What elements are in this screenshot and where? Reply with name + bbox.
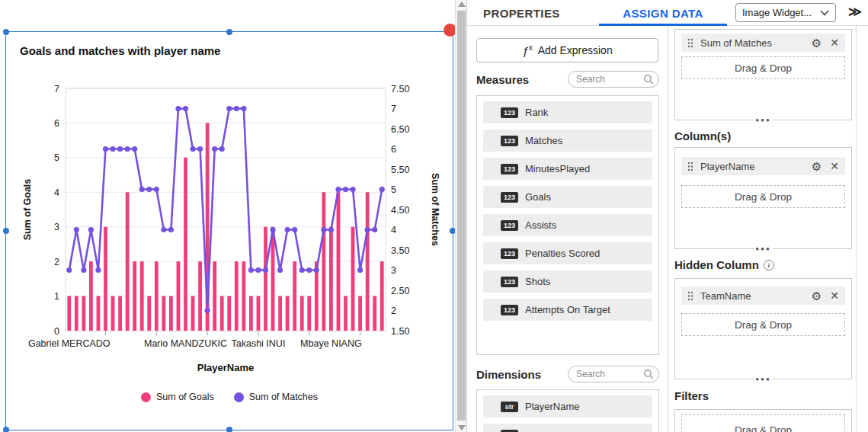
scroll-down-arrow-icon[interactable] <box>458 425 466 430</box>
matches-line <box>69 109 382 311</box>
matches-marker <box>314 267 319 273</box>
filters-well[interactable]: Drag & Drop <box>674 409 852 432</box>
y-right-tick: 1.50 <box>391 326 409 337</box>
goals-bar <box>257 296 261 331</box>
chart-widget[interactable]: Goals and matches with player name 76543… <box>5 31 453 430</box>
dimensions-header-row: Dimensions <box>476 365 659 383</box>
goals-bar <box>351 227 355 331</box>
tab-assign-data[interactable]: ASSIGN DATA <box>599 7 727 20</box>
hidden-column-dropzone[interactable]: Drag & Drop <box>681 313 845 336</box>
measure-item-minutesplayed[interactable]: 123 MinutesPlayed <box>483 158 652 180</box>
x-axis-title: PlayerName <box>197 362 254 373</box>
matches-marker <box>125 146 130 152</box>
measure-item-assists[interactable]: 123 Assists <box>483 214 652 236</box>
columns-header: Column(s) <box>674 130 731 142</box>
columns-well[interactable]: PlayerName ⚙ ✕ Drag & Drop ●●● <box>674 147 852 249</box>
goals-bar <box>220 296 224 331</box>
dimension-item-playername[interactable]: str PlayerName <box>483 395 652 418</box>
tab-properties[interactable]: PROPERTIES <box>483 7 560 20</box>
goals-bar <box>293 261 296 331</box>
goals-bar <box>155 261 159 331</box>
remove-field-icon[interactable]: ✕ <box>830 37 839 48</box>
goals-bar <box>264 227 267 331</box>
well-expand-handle[interactable]: ●●● <box>754 245 773 252</box>
goals-bar <box>177 261 181 331</box>
search-icon <box>643 369 654 379</box>
numeric-field-icon: 123 <box>501 164 518 174</box>
settings-gear-icon[interactable]: ⚙ <box>812 37 822 49</box>
y-right-tick: 7 <box>391 104 396 114</box>
sum-of-matches-chip[interactable]: Sum of Matches ⚙ ✕ <box>681 34 845 52</box>
collapse-panel-icon[interactable]: ≫ <box>848 4 862 20</box>
matches-marker <box>248 267 254 273</box>
matches-marker <box>285 227 290 232</box>
hidden-column-well[interactable]: TeamName ⚙ ✕ Drag & Drop ●●● <box>674 278 852 379</box>
measure-item-matches[interactable]: 123 Matches <box>483 130 652 152</box>
goals-bar <box>104 227 107 331</box>
goals-bar <box>75 296 78 331</box>
dimensions-search <box>568 366 659 382</box>
matches-marker <box>81 267 86 273</box>
y-left-tick: 7 <box>54 84 59 94</box>
columns-dropzone[interactable]: Drag & Drop <box>681 185 845 208</box>
y-right-tick: 6.50 <box>391 124 409 135</box>
y-left-tick: 2 <box>54 257 59 267</box>
goals-bar <box>67 296 71 331</box>
y-right-tick: 3 <box>391 265 396 276</box>
well-expand-handle[interactable]: ●●● <box>754 376 773 382</box>
goals-bar <box>242 261 245 331</box>
matches-marker <box>132 146 137 152</box>
goals-bar <box>126 192 130 331</box>
string-field-icon <box>501 430 518 432</box>
well-expand-handle[interactable]: ●●● <box>754 117 773 123</box>
add-expression-button[interactable]: ƒx Add Expression <box>476 38 658 62</box>
dimensions-header: Dimensions <box>476 368 541 381</box>
matches-marker <box>212 146 217 152</box>
settings-gear-icon[interactable]: ⚙ <box>812 161 822 172</box>
x-tick-label: Mario MANDZUKIC <box>144 338 227 349</box>
info-icon[interactable]: i <box>764 260 774 270</box>
values-dropzone[interactable]: Drag & Drop <box>681 56 845 79</box>
measure-item-goals[interactable]: 123 Goals <box>483 186 652 208</box>
goals-bar <box>198 261 202 331</box>
teamname-chip[interactable]: TeamName ⚙ ✕ <box>681 286 845 305</box>
settings-gear-icon[interactable]: ⚙ <box>812 290 822 302</box>
matches-marker <box>299 267 305 273</box>
matches-marker <box>234 106 239 111</box>
playername-chip[interactable]: PlayerName ⚙ ✕ <box>681 157 845 175</box>
goals-bar <box>184 158 187 331</box>
filters-dropzone[interactable]: Drag & Drop <box>681 414 845 432</box>
matches-marker <box>183 106 188 111</box>
matches-marker <box>197 146 203 152</box>
matches-marker <box>226 106 232 111</box>
scrollbar-thumb[interactable] <box>457 11 466 421</box>
legend-item-matches: Sum of Matches <box>234 392 318 402</box>
dimension-item-partial[interactable] <box>483 424 652 432</box>
search-icon <box>643 74 654 85</box>
dashboard-canvas[interactable]: Goals and matches with player name 76543… <box>0 0 455 432</box>
measure-item-rank[interactable]: 123 Rank <box>483 101 652 123</box>
canvas-scrollbar[interactable] <box>455 0 466 432</box>
matches-marker <box>255 267 261 273</box>
scroll-up-arrow-icon[interactable] <box>458 2 466 7</box>
remove-field-icon[interactable]: ✕ <box>830 290 839 301</box>
measure-item-attempts-on-target[interactable]: 123 Attempts On Target <box>483 299 652 321</box>
numeric-field-icon: 123 <box>501 220 518 231</box>
matches-marker <box>241 106 246 111</box>
values-well[interactable]: Sum of Matches ⚙ ✕ Drag & Drop ●●● <box>674 29 852 120</box>
numeric-field-icon: 123 <box>501 136 518 146</box>
remove-field-icon[interactable]: ✕ <box>830 161 839 171</box>
measure-item-penalties-scored[interactable]: 123 Penalties Scored <box>483 242 652 264</box>
drag-handle-icon <box>687 291 693 301</box>
y-right-tick: 6 <box>391 144 396 155</box>
matches-marker <box>110 146 115 152</box>
matches-marker <box>168 227 174 232</box>
panel-column-divider <box>668 26 668 432</box>
widget-type-dropdown[interactable]: Image Widget... <box>735 3 836 22</box>
y-left-tick: 0 <box>54 326 59 337</box>
y-right-tick: 5 <box>391 184 396 195</box>
measure-item-shots[interactable]: 123 Shots <box>483 270 652 293</box>
panel-header: PROPERTIES ASSIGN DATA Image Widget... ≫ <box>467 0 868 26</box>
goals-bar <box>366 192 370 331</box>
matches-marker <box>117 146 123 152</box>
